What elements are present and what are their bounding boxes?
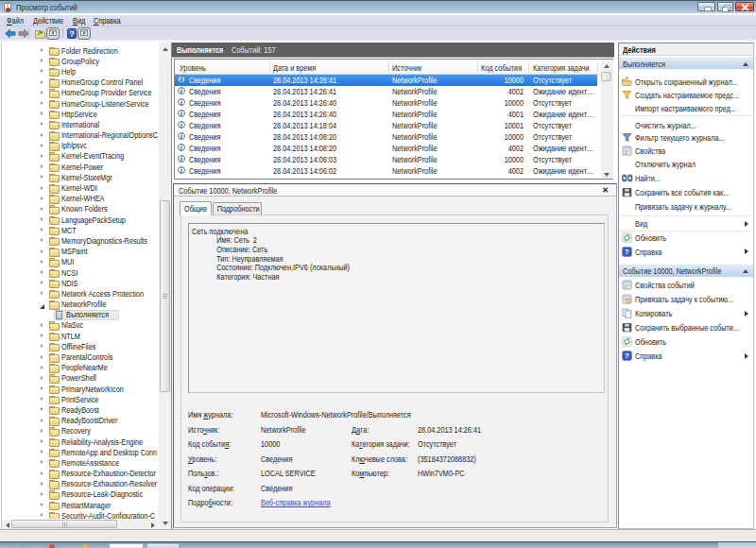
svg-text:?: ? [625, 248, 629, 256]
svg-text:?: ? [625, 351, 629, 360]
